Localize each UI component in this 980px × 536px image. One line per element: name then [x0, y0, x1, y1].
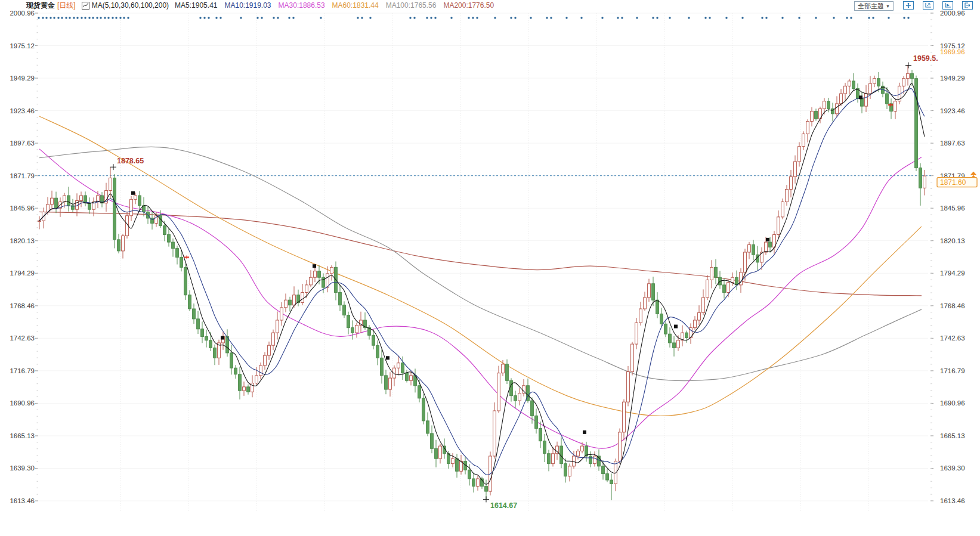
svg-text:1665.13: 1665.13 — [10, 432, 35, 439]
svg-text:1639.30: 1639.30 — [10, 464, 35, 472]
ma30-legend: MA30:1886.53 — [279, 1, 325, 10]
svg-text:1878.65: 1878.65 — [117, 157, 144, 165]
ma5-legend: MA5:1905.41 — [175, 1, 217, 10]
svg-text:1871.79: 1871.79 — [10, 172, 35, 179]
chart-header: 现货黄金 [日线] MA(5,10,30,60,100,200) MA5:190… — [26, 1, 501, 10]
ma100-legend: MA100:1765.56 — [386, 1, 437, 10]
svg-text:1897.63: 1897.63 — [940, 140, 965, 147]
candlestick-chart[interactable]: 2000.962000.961975.121975.121949.291949.… — [0, 0, 980, 536]
axis-fit-icon[interactable] — [923, 1, 933, 10]
svg-text:1820.13: 1820.13 — [940, 237, 965, 244]
chart-window: 现货黄金 [日线] MA(5,10,30,60,100,200) MA5:190… — [0, 0, 980, 536]
svg-text:1845.96: 1845.96 — [10, 205, 35, 212]
svg-text:1614.67: 1614.67 — [490, 501, 517, 510]
svg-text:1716.79: 1716.79 — [10, 367, 35, 374]
svg-text:1949.29: 1949.29 — [10, 75, 35, 82]
svg-text:1975.12: 1975.12 — [10, 42, 35, 49]
svg-text:2000.96: 2000.96 — [940, 10, 965, 17]
ma-settings-label: MA(5,10,30,60,100,200) — [92, 1, 169, 10]
svg-text:1613.46: 1613.46 — [10, 497, 35, 504]
theme-dropdown-label: 全部主题 — [858, 2, 884, 11]
svg-text:1768.46: 1768.46 — [940, 302, 965, 309]
svg-text:1897.63: 1897.63 — [10, 140, 35, 147]
svg-text:1845.96: 1845.96 — [940, 205, 965, 212]
svg-text:1768.46: 1768.46 — [10, 302, 35, 309]
svg-text:1742.63: 1742.63 — [10, 334, 35, 342]
period-label: [日线] — [57, 1, 76, 11]
svg-text:1613.46: 1613.46 — [940, 497, 965, 504]
svg-text:1923.46: 1923.46 — [940, 107, 965, 114]
svg-text:1716.79: 1716.79 — [940, 367, 965, 374]
svg-text:1690.96: 1690.96 — [10, 399, 35, 407]
svg-text:1923.46: 1923.46 — [10, 107, 35, 114]
symbol-title: 现货黄金 — [26, 1, 55, 11]
svg-text:1794.29: 1794.29 — [940, 269, 965, 277]
ma60-legend: MA60:1831.44 — [332, 1, 379, 10]
pan-crosshair-icon[interactable] — [903, 1, 914, 10]
svg-text:1969.96: 1969.96 — [940, 48, 965, 55]
svg-text:1871.60: 1871.60 — [940, 178, 966, 187]
indicator-chip-icon — [82, 2, 89, 10]
svg-text:1665.13: 1665.13 — [940, 432, 965, 439]
svg-text:1639.30: 1639.30 — [940, 464, 965, 472]
chevron-down-icon: ▼ — [886, 4, 890, 8]
ma200-legend: MA200:1776.50 — [443, 1, 494, 10]
ma10-legend: MA10:1919.03 — [224, 1, 271, 10]
svg-text:1959.5.: 1959.5. — [913, 54, 938, 63]
play-forward-icon[interactable] — [942, 1, 953, 10]
last-price-badge: 1871.60 — [937, 178, 977, 187]
theme-dropdown[interactable]: 全部主题 ▼ — [854, 1, 894, 11]
svg-text:1820.13: 1820.13 — [10, 237, 35, 244]
svg-text:1794.29: 1794.29 — [10, 269, 35, 277]
svg-text:1949.29: 1949.29 — [940, 75, 965, 82]
svg-text:2000.96: 2000.96 — [10, 10, 35, 17]
jump-to-latest-icon[interactable] — [962, 1, 973, 10]
svg-text:1742.63: 1742.63 — [940, 334, 965, 342]
svg-text:1690.96: 1690.96 — [940, 399, 965, 407]
